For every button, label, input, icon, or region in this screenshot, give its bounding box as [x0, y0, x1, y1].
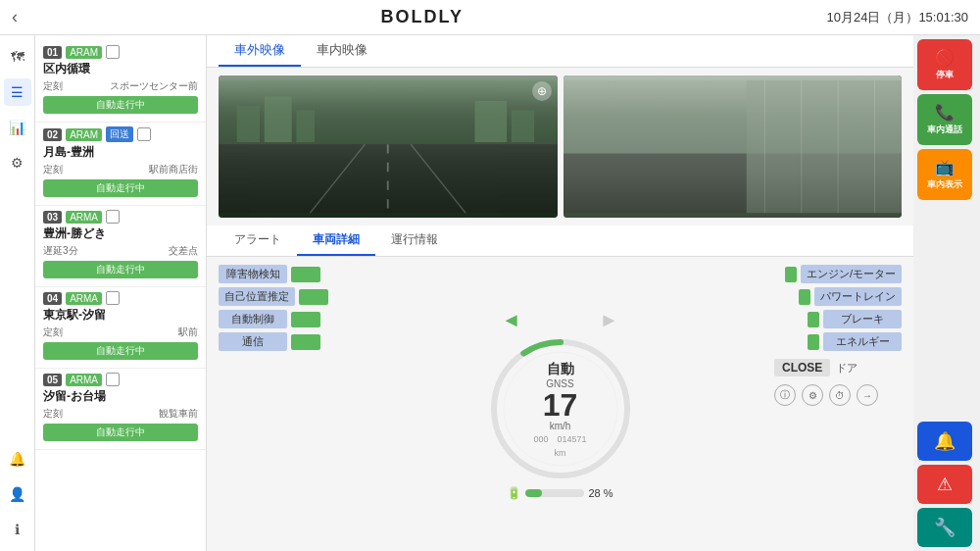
route-num-3: 03: [43, 211, 62, 224]
gauge-mode-label: 自動: [533, 360, 586, 377]
status-auto-control: 自動制御: [219, 310, 346, 328]
route-sub-5: 定刻 観覧車前: [43, 407, 198, 421]
status-obstacle-indicator: [291, 267, 320, 282]
door-status-row: CLOSE ドア: [774, 359, 902, 376]
video-inner-left: [219, 75, 558, 218]
route-status-3: 自動走行中: [43, 261, 198, 278]
nav-person[interactable]: 👤: [4, 480, 31, 508]
battery-percentage: 28 %: [588, 487, 612, 499]
video-area: ⊕: [207, 68, 913, 225]
route-status-5: 自動走行中: [43, 424, 198, 441]
video-expand-icon-left[interactable]: ⊕: [532, 81, 552, 101]
status-icon-4: →: [857, 384, 878, 406]
battery-icon: 🔋: [507, 486, 521, 500]
status-comms-label: 通信: [219, 332, 287, 351]
status-auto-control-label: 自動制御: [219, 310, 287, 328]
route-num-1: 01: [43, 46, 62, 59]
battery-bar: [525, 489, 584, 497]
route-icon-4: [106, 291, 120, 305]
status-icon-3: ⏱: [829, 384, 851, 406]
route-name-4: 東京駅-汐留: [43, 307, 198, 324]
nav-map[interactable]: 🗺: [4, 43, 31, 71]
status-engine-label: エンジン/モーター: [801, 265, 902, 283]
status-brake-indicator: [808, 312, 819, 327]
video-inner-right: [564, 75, 903, 218]
speed-gauge: 自動 GNSS 17 km/h 000 014571 km: [487, 335, 634, 482]
top-bar: ‹ BOLDLY 10月24日（月）15:01:30: [0, 0, 980, 35]
action-btn-2[interactable]: ⚠: [917, 465, 972, 504]
center-gauge: ◄ ► 自動 GNSS 17: [354, 265, 766, 543]
status-obstacle-label: 障害物検知: [219, 265, 287, 283]
display-label: 車内表示: [927, 178, 962, 191]
tab-exterior-video[interactable]: 車外映像: [219, 35, 301, 67]
status-energy-label: エネルギー: [823, 332, 902, 351]
door-status-badge: CLOSE: [774, 359, 830, 376]
nav-list[interactable]: ☰: [4, 78, 31, 106]
arrow-right-btn[interactable]: ►: [600, 309, 619, 331]
action-btn-3[interactable]: 🔧: [917, 508, 972, 547]
video-feed-right: [564, 75, 903, 218]
door-label: ドア: [836, 361, 858, 376]
svg-rect-6: [265, 96, 292, 142]
route-icon-1: [106, 45, 120, 59]
route-icon-3: [106, 210, 120, 224]
tab-interior-video[interactable]: 車内映像: [301, 35, 383, 67]
nav-chart[interactable]: 📊: [4, 114, 31, 141]
status-powertrain: パワートレイン: [774, 287, 902, 306]
tab-alert[interactable]: アラート: [219, 225, 297, 256]
main-layout: 🗺 ☰ 📊 ⚙ 🔔 👤 ℹ 01 ARAM 区内循環 定刻 スポーツセンター前 …: [0, 35, 980, 551]
top-bar-left: ‹: [12, 7, 18, 27]
status-position: 自己位置推定: [219, 287, 346, 306]
display-icon: 📺: [935, 158, 955, 176]
svg-rect-8: [474, 101, 507, 142]
sidebar-route-1[interactable]: 01 ARAM 区内循環 定刻 スポーツセンター前 自動走行中: [35, 41, 206, 123]
status-engine-indicator: [785, 267, 797, 282]
status-powertrain-indicator: [799, 289, 810, 305]
route-tag-5: ARMA: [66, 374, 102, 386]
svg-rect-12: [746, 80, 902, 213]
battery-fill: [525, 489, 542, 497]
stop-button[interactable]: 🚫 停車: [917, 39, 972, 90]
route-name-3: 豊洲-勝どき: [43, 225, 198, 242]
route-num-2: 02: [43, 128, 62, 141]
status-icon-1: ⓘ: [774, 384, 796, 406]
tab-vehicle-detail[interactable]: 車両詳細: [297, 225, 375, 256]
panel-content: 障害物検知 自己位置推定 自動制御 通信 ◄: [207, 257, 913, 551]
video-feed-left: ⊕: [219, 75, 558, 218]
route-status-1: 自動走行中: [43, 96, 198, 114]
route-sub-3: 遅延3分 交差点: [43, 244, 198, 258]
nav-info[interactable]: ℹ: [4, 516, 31, 543]
status-icon-2: ⚙: [802, 384, 823, 406]
display-button[interactable]: 📺 車内表示: [917, 149, 972, 200]
date-time: 10月24日（月）15:01:30: [826, 9, 968, 26]
route-tag-1: ARAM: [66, 46, 102, 59]
back-button[interactable]: ‹: [12, 7, 18, 27]
status-brake: ブレーキ: [774, 310, 902, 328]
route-extra-tag-2: 回送: [106, 126, 133, 142]
intercom-button[interactable]: 📞 車内通話: [917, 94, 972, 145]
nav-bell[interactable]: 🔔: [4, 445, 31, 473]
gauge-center-info: 自動 GNSS 17 km/h 000 014571 km: [533, 360, 586, 457]
arrow-left-btn[interactable]: ◄: [502, 309, 521, 331]
svg-rect-5: [237, 106, 260, 142]
action-btn-1[interactable]: 🔔: [917, 422, 972, 461]
sidebar-route-5[interactable]: 05 ARMA 汐留-お台場 定刻 観覧車前 自動走行中: [35, 369, 206, 450]
tab-operation-info[interactable]: 運行情報: [375, 225, 454, 256]
route-icon-5: [106, 373, 120, 386]
route-sub-1: 定刻 スポーツセンター前: [43, 79, 198, 93]
sidebar-route-4[interactable]: 04 ARMA 東京駅-汐留 定刻 駅前 自動走行中: [35, 287, 206, 369]
sidebar-route-3[interactable]: 03 ARMA 豊洲-勝どき 遅延3分 交差点 自動走行中: [35, 206, 206, 287]
nav-settings[interactable]: ⚙: [4, 149, 31, 176]
status-position-indicator: [299, 289, 328, 305]
battery-container: 🔋 28 %: [507, 486, 612, 500]
gauge-odo: 000 014571: [533, 432, 586, 445]
route-status-4: 自動走行中: [43, 342, 198, 360]
status-obstacle: 障害物検知: [219, 265, 346, 283]
status-left-panel: 障害物検知 自己位置推定 自動制御 通信: [219, 265, 346, 543]
sidebar: 01 ARAM 区内循環 定刻 スポーツセンター前 自動走行中 02 ARAM …: [35, 35, 207, 551]
sidebar-route-2[interactable]: 02 ARAM 回送 月島-豊洲 定刻 駅前商店街 自動走行中: [35, 123, 206, 206]
intercom-label: 車内通話: [927, 124, 962, 136]
stop-icon: 🚫: [935, 48, 955, 67]
route-icon-2: [137, 127, 151, 141]
status-position-label: 自己位置推定: [219, 287, 295, 306]
